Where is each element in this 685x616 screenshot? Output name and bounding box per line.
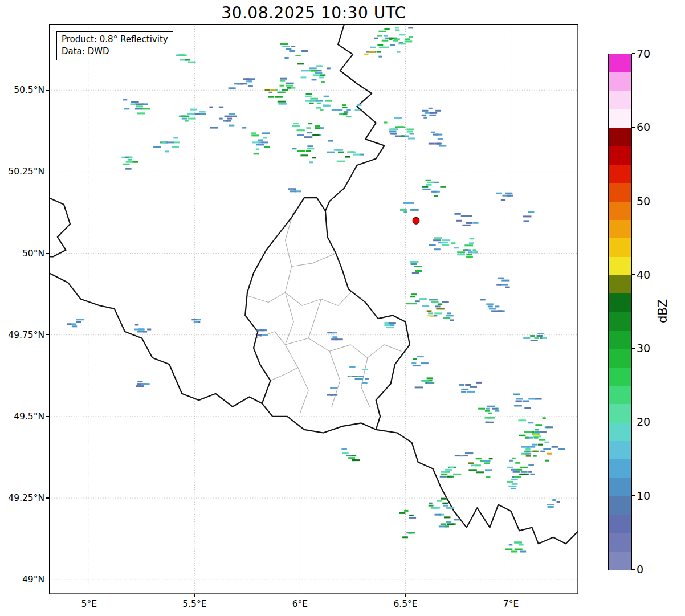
- colorbar-segment: [609, 386, 631, 404]
- colorbar-segment: [609, 293, 631, 312]
- data-source-label: Data: DWD: [62, 46, 168, 58]
- colorbar-tick-mark: [632, 127, 635, 128]
- colorbar: [608, 54, 632, 570]
- colorbar-tick-label: 70: [637, 47, 650, 60]
- y-tick-mark: [46, 416, 49, 417]
- x-tick-label: 5°E: [81, 599, 97, 609]
- colorbar-segment: [609, 331, 631, 349]
- colorbar-tick-label: 30: [637, 342, 650, 354]
- radar-site-marker: [413, 217, 419, 224]
- x-tick-mark: [405, 594, 406, 597]
- colorbar-segment: [609, 459, 631, 478]
- y-tick-mark: [46, 253, 49, 254]
- map-canvas: [49, 24, 578, 597]
- colorbar-tick-label: 60: [637, 121, 650, 133]
- colorbar-segment: [609, 312, 631, 331]
- colorbar-segment: [609, 533, 631, 552]
- colorbar-segment: [609, 275, 631, 293]
- colorbar-segment: [609, 109, 631, 128]
- y-tick-label: 49.25°N: [2, 493, 44, 503]
- colorbar-segment: [609, 441, 631, 459]
- colorbar-tick-mark: [632, 201, 635, 201]
- colorbar-segment: [609, 54, 631, 72]
- colorbar-tick-mark: [632, 348, 635, 348]
- colorbar-segment: [609, 220, 631, 238]
- colorbar-tick-label: 40: [637, 268, 650, 281]
- y-tick-mark: [46, 497, 49, 498]
- colorbar-segment: [609, 552, 631, 570]
- colorbar-tick-mark: [632, 274, 635, 275]
- y-tick-mark: [46, 172, 49, 172]
- colorbar-segment: [609, 91, 631, 109]
- colorbar-tick-mark: [632, 53, 635, 54]
- colorbar-segment: [609, 238, 631, 256]
- y-tick-label: 50°N: [2, 248, 44, 259]
- y-tick-mark: [46, 580, 49, 580]
- x-tick-label: 6.5°E: [393, 599, 417, 609]
- product-label: Product: 0.8° Reflectivity: [62, 34, 168, 46]
- colorbar-segment: [609, 478, 631, 496]
- colorbar-segment: [609, 423, 631, 441]
- figure-title: 30.08.2025 10:30 UTC: [49, 3, 578, 22]
- x-tick-mark: [511, 594, 511, 597]
- colorbar-segment: [609, 257, 631, 275]
- colorbar-tick-label: 50: [637, 195, 650, 207]
- y-tick-label: 49.5°N: [2, 411, 44, 422]
- colorbar-segment: [609, 128, 631, 146]
- x-tick-label: 6°E: [292, 599, 308, 609]
- x-tick-label: 5.5°E: [182, 599, 206, 609]
- map-plot: [49, 24, 578, 594]
- colorbar-segment: [609, 202, 631, 220]
- colorbar-tick-label: 0: [637, 563, 643, 576]
- colorbar-tick-label: 10: [637, 489, 650, 502]
- x-tick-mark: [194, 594, 195, 597]
- colorbar-tick-mark: [632, 495, 635, 496]
- colorbar-segment: [609, 72, 631, 91]
- colorbar-tick-label: 20: [637, 415, 650, 428]
- colorbar-segment: [609, 165, 631, 183]
- colorbar-tick-mark: [632, 569, 635, 569]
- y-tick-label: 49.75°N: [2, 330, 44, 340]
- y-tick-label: 50.5°N: [2, 85, 44, 95]
- y-tick-label: 50.25°N: [2, 166, 44, 177]
- colorbar-segment: [609, 183, 631, 201]
- x-tick-mark: [300, 594, 300, 597]
- colorbar-tick-mark: [632, 422, 635, 422]
- y-tick-mark: [46, 334, 49, 335]
- radar-figure: 30.08.2025 10:30 UTC Product: 0.8° Refle…: [0, 0, 685, 616]
- colorbar-segment: [609, 496, 631, 515]
- product-info-box: Product: 0.8° Reflectivity Data: DWD: [56, 31, 173, 60]
- colorbar-segment: [609, 368, 631, 386]
- colorbar-segment: [609, 404, 631, 422]
- y-tick-label: 49°N: [2, 574, 44, 585]
- y-tick-mark: [46, 90, 49, 91]
- colorbar-segment: [609, 349, 631, 367]
- colorbar-segment: [609, 146, 631, 165]
- colorbar-segment: [609, 515, 631, 533]
- x-tick-label: 7°E: [503, 599, 519, 609]
- colorbar-label: dBZ: [656, 299, 670, 323]
- x-tick-mark: [89, 594, 89, 597]
